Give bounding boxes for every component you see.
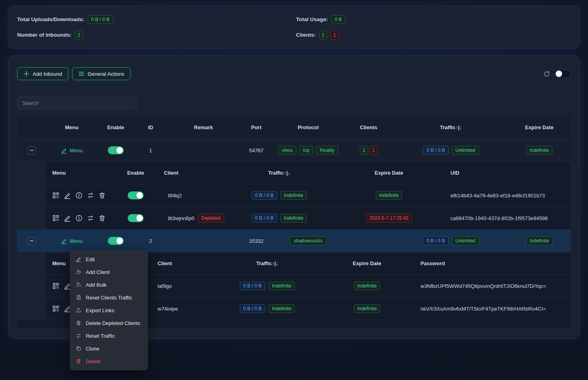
client3-password: w3NfbzUPf5WWd745Q8pvsmQrdrttT2lO6knul7Di…	[419, 283, 571, 289]
client2-enable-toggle[interactable]	[128, 214, 144, 222]
sub1-header-client: Client	[158, 170, 229, 176]
client4-password: nkV/I/3XoAm9v6xMT/T5lcrF4TpeTKF98rHARbRo…	[419, 306, 571, 312]
inbound2-id: 2	[134, 238, 168, 244]
inbound2-expire-cell: Indefinite	[508, 236, 571, 245]
inbound2-expire-badge: Indefinite	[526, 236, 553, 245]
client3-traffic-cell: 0 B / 0 B Indefinite	[219, 282, 315, 290]
client1-expire-badge: Indefinite	[376, 191, 403, 200]
inbound1-id: 1	[134, 148, 168, 154]
header-menu: Menu	[46, 124, 98, 130]
reset-traffic-icon[interactable]	[87, 192, 94, 199]
stat-usage-value: 0 B	[331, 15, 345, 24]
sub1-header-enable: Enable	[114, 170, 158, 176]
context-menu-item-reset-traffic[interactable]: Reset Traffic	[70, 329, 148, 342]
users-icon	[76, 282, 81, 287]
context-menu-label: Reset Traffic	[86, 333, 115, 339]
sub1-header-menu: Menu	[46, 170, 114, 176]
trash-icon[interactable]	[99, 215, 106, 222]
collapse-inbound2-button[interactable]	[28, 237, 36, 245]
inbound2-menu-button[interactable]: Menu	[61, 238, 83, 244]
client4-expire-cell: Indefinite	[315, 304, 419, 313]
reset-traffic-icon[interactable]	[87, 215, 94, 222]
client3-limit-badge: Indefinite	[268, 282, 295, 290]
client-row-8f4kj2[interactable]: 8f4kj2 0 B / 0 B Indefinite Indefinite e…	[46, 184, 571, 207]
inbound-row-2[interactable]: Menu 2 20332 shadowsocks 0 B / 0 B Unlim…	[17, 230, 571, 252]
add-inbound-label: Add Inbound	[33, 71, 62, 77]
search-input[interactable]	[17, 96, 137, 109]
client4-traffic-cell: 0 B / 0 B Indefinite	[219, 304, 315, 313]
sub2-header-traffic[interactable]: Traffic↑|↓	[219, 260, 315, 266]
stat-usage: Total Usage: 0 B	[296, 15, 571, 24]
context-menu-label: Export Links	[86, 307, 114, 313]
stat-inbounds-label: Number of Inbounds:	[17, 32, 71, 38]
inbound1-menu-button[interactable]: Menu	[61, 148, 83, 154]
client4-expire-badge: Indefinite	[354, 304, 381, 313]
inbound1-expire-cell: Indefinite	[508, 146, 571, 155]
context-menu-item-add-bulk[interactable]: Add Bulk	[70, 278, 148, 291]
info-icon[interactable]	[75, 215, 83, 222]
inbound1-clients-total-badge: 2	[360, 146, 368, 155]
general-actions-button[interactable]: General Actions	[72, 67, 130, 80]
context-menu-label: Reset Clients Traffic	[86, 295, 132, 301]
context-menu-item-delete[interactable]: Delete	[70, 355, 148, 368]
context-menu-item-export-links[interactable]: Export Links	[70, 304, 148, 317]
context-menu-item-clone[interactable]: Clone	[70, 342, 148, 355]
client-row-8t3wjnn8p0[interactable]: 8t3wjnn8p0 Depleted 0 B / 0 B Indefinite…	[46, 207, 571, 230]
client2-traffic-cell: 0 B / 0 B Indefinite	[229, 214, 329, 222]
sub1-header-traffic[interactable]: Traffic↑|↓	[229, 170, 329, 176]
stat-usage-label: Total Usage:	[296, 16, 328, 22]
inbound2-protocols: shadowsocks	[273, 236, 343, 245]
minus-icon	[30, 240, 34, 241]
client1-enable-toggle[interactable]	[128, 191, 144, 199]
inbound2-menu-label: Menu	[70, 238, 83, 244]
qr-code-icon[interactable]	[52, 305, 59, 312]
client4-traffic-badge: 0 B / 0 B	[240, 304, 265, 313]
qr-code-icon[interactable]	[52, 192, 59, 199]
add-inbound-button[interactable]: Add Inbound	[17, 67, 68, 80]
client2-expire-badge: 2023-5-7 17:25:42	[366, 214, 412, 222]
edit-client-icon[interactable]	[64, 192, 71, 199]
qr-code-icon[interactable]	[52, 215, 59, 222]
inbound1-expand-cell	[17, 146, 46, 155]
client2-depleted-badge: Depleted	[198, 214, 224, 222]
context-menu-label: Delete Depleted Clients	[86, 320, 140, 326]
client3-expire-badge: Indefinite	[354, 282, 381, 290]
edit-client-icon[interactable]	[64, 215, 71, 222]
inbound2-traffic-limit-badge: Unlimited	[452, 236, 479, 245]
inbound-context-menu: Edit Add Client Add Bulk Reset Clients T…	[70, 250, 148, 370]
header-expire: Expire Date	[508, 124, 571, 130]
trash-icon[interactable]	[99, 192, 106, 199]
document-reset-icon	[76, 295, 81, 300]
client1-limit-badge: Indefinite	[280, 191, 307, 200]
context-menu-label: Clone	[86, 346, 99, 352]
client2-traffic-badge: 0 B / 0 B	[252, 214, 277, 222]
copy-icon	[76, 346, 81, 351]
context-menu-label: Add Client	[86, 269, 110, 275]
auto-refresh-toggle[interactable]	[555, 70, 571, 78]
inbound2-menu-cell: Menu	[46, 238, 98, 244]
pencil-icon	[61, 238, 67, 244]
pencil-icon	[76, 256, 81, 262]
context-menu-item-reset-clients-traffic[interactable]: Reset Clients Traffic	[70, 291, 148, 304]
info-icon[interactable]	[75, 192, 83, 199]
stat-clients: Clients: 2 1	[296, 30, 571, 39]
inbound1-enable-toggle[interactable]	[108, 146, 124, 154]
inbound2-expand-cell	[17, 237, 46, 245]
refresh-icon[interactable]	[543, 71, 550, 77]
stat-uploads-value: 0 B / 0 B	[88, 15, 113, 24]
context-menu-item-edit[interactable]: Edit	[70, 253, 148, 266]
inbound-row-1[interactable]: Menu 1 54767 vless tcp Reality 2 1	[17, 139, 571, 162]
header-traffic-sort[interactable]: Traffic↑|↓	[394, 124, 508, 130]
qr-code-icon[interactable]	[52, 282, 59, 289]
pencil-icon	[61, 148, 67, 154]
client1-traffic-cell: 0 B / 0 B Indefinite	[229, 191, 329, 200]
header-protocol: Protocol	[273, 124, 343, 130]
collapse-inbound1-button[interactable]	[28, 146, 36, 155]
client2-expire-cell: 2023-5-7 17:25:42	[329, 214, 449, 222]
inbound2-enable-toggle[interactable]	[108, 237, 124, 245]
inbound2-port: 20332	[239, 238, 273, 244]
context-menu-item-add-client[interactable]: Add Client	[70, 266, 148, 278]
client3-traffic-badge: 0 B / 0 B	[240, 282, 265, 290]
inbound1-clients-depleted-badge: 1	[369, 146, 378, 155]
context-menu-item-delete-depleted-clients[interactable]: Delete Depleted Clients	[70, 317, 148, 329]
